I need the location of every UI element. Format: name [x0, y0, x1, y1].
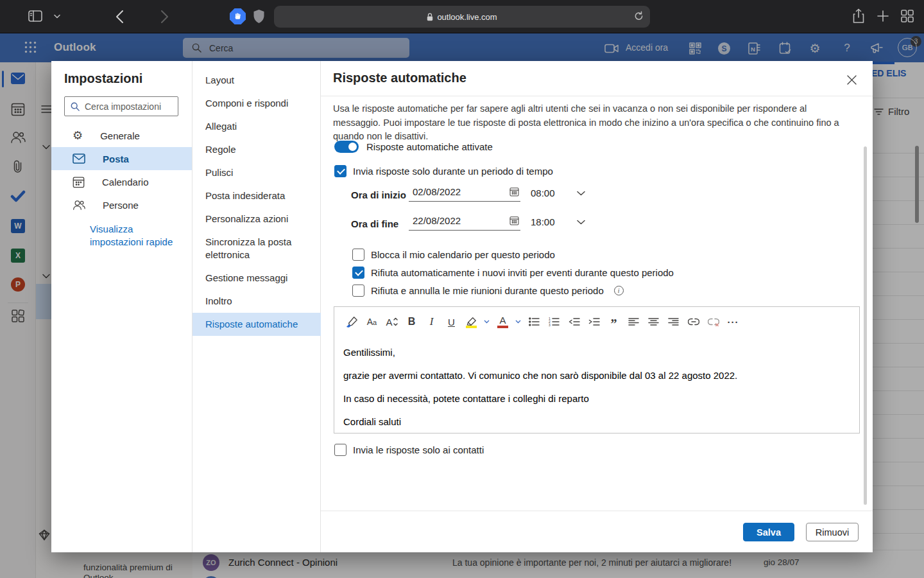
address-bar[interactable]: outlook.live.com — [274, 6, 650, 28]
remove-link-icon[interactable] — [705, 313, 722, 331]
bold-icon[interactable]: B — [403, 313, 420, 331]
share-icon[interactable] — [853, 8, 864, 24]
end-date-field[interactable]: 22/08/2022 — [409, 214, 520, 231]
category-calendario[interactable]: Calendario — [51, 170, 192, 193]
autoreply-toggle[interactable] — [334, 141, 359, 153]
end-label: Ora di fine — [351, 218, 398, 229]
block-calendar-checkbox[interactable] — [352, 249, 364, 261]
category-persone[interactable]: Persone — [51, 193, 192, 216]
indent-icon[interactable] — [585, 313, 603, 331]
align-left-icon[interactable] — [625, 313, 642, 331]
format-painter-icon[interactable] — [343, 313, 361, 331]
forward-icon[interactable] — [160, 10, 169, 24]
contacts-only-checkbox[interactable] — [334, 444, 346, 456]
mail-icon — [73, 153, 85, 164]
contacts-only-row: Invia le risposte solo ai contatti — [334, 444, 484, 456]
content-blocker-extension-icon[interactable] — [230, 8, 246, 24]
nav-componi[interactable]: Componi e rispondi — [193, 92, 321, 115]
insert-link-icon[interactable] — [685, 313, 702, 331]
option-cancel-meetings: Rifiuta e annulla le mie riunioni durant… — [352, 285, 624, 297]
people-icon — [73, 200, 85, 211]
period-label: Invia risposte solo durante un periodo d… — [353, 166, 553, 177]
nav-risposte-automatiche[interactable]: Risposte automatiche — [193, 313, 321, 336]
option-block-calendar: Blocca il mio calendario per questo peri… — [352, 249, 555, 261]
privacy-shield-icon[interactable] — [253, 9, 265, 24]
start-time-dropdown[interactable]: 08:00 — [531, 188, 585, 198]
highlight-icon[interactable] — [463, 313, 480, 331]
outlook-page: Outlook Accedi ora S N ⚙ ? — [0, 33, 924, 578]
decline-invites-checkbox[interactable] — [352, 267, 364, 279]
settings-title: Impostazioni — [64, 71, 142, 86]
mail-settings-nav: Layout Componi e rispondi Allegati Regol… — [193, 69, 321, 336]
search-icon — [71, 102, 80, 111]
calendar-icon — [73, 176, 85, 188]
bullet-list-icon[interactable] — [526, 313, 543, 331]
reload-icon[interactable] — [634, 11, 644, 23]
start-label: Ora di inizio — [351, 189, 406, 200]
font-name-icon[interactable]: Aa — [363, 313, 381, 331]
chevron-down-icon — [577, 191, 585, 196]
browser-toolbar: outlook.live.com — [0, 0, 924, 33]
nav-allegati[interactable]: Allegati — [193, 115, 321, 138]
editor-toolbar: Aa A B I U A — [334, 307, 859, 337]
remove-button[interactable]: Rimuovi — [806, 523, 859, 541]
toggle-knob — [348, 143, 357, 151]
info-icon[interactable]: i — [614, 286, 624, 295]
quote-icon[interactable]: ” — [605, 313, 622, 331]
contacts-only-label: Invia le risposte solo ai contatti — [353, 444, 484, 455]
nav-posta-indesiderata[interactable]: Posta indesiderata — [193, 184, 321, 207]
nav-personalizza-azioni[interactable]: Personalizza azioni — [193, 207, 321, 231]
dialog-scrollbar[interactable] — [864, 146, 867, 505]
font-color-bar — [497, 326, 508, 328]
cancel-meetings-checkbox[interactable] — [352, 285, 364, 297]
font-size-icon[interactable]: A — [383, 313, 400, 331]
nav-pulisci[interactable]: Pulisci — [193, 161, 321, 184]
underline-icon[interactable]: U — [443, 313, 460, 331]
period-checkbox[interactable] — [334, 165, 346, 177]
close-icon[interactable] — [843, 71, 860, 88]
nav-gestione-messaggi[interactable]: Gestione messaggi — [193, 267, 321, 290]
end-time-dropdown[interactable]: 18:00 — [531, 216, 585, 227]
chevron-down-icon — [577, 220, 585, 225]
outdent-icon[interactable] — [565, 313, 583, 331]
nav-sincronizza[interactable]: Sincronizza la posta elettronica — [193, 231, 302, 267]
settings-dialog: Impostazioni ⚙ Generale Posta Calendario — [51, 61, 873, 552]
quick-settings-link[interactable]: Visualizza impostazioni rapide — [90, 223, 186, 249]
nav-inoltro[interactable]: Inoltro — [193, 290, 321, 313]
category-posta[interactable]: Posta — [51, 147, 192, 170]
save-button[interactable]: Salva — [743, 523, 794, 541]
settings-search-box[interactable] — [64, 96, 178, 116]
more-formatting-icon[interactable]: ··· — [724, 313, 742, 331]
font-color-chevron-icon[interactable] — [514, 313, 522, 331]
nav-regole[interactable]: Regole — [193, 138, 321, 161]
new-tab-icon[interactable] — [877, 10, 889, 22]
settings-search-input[interactable] — [85, 101, 168, 112]
url-text: outlook.live.com — [437, 12, 497, 22]
font-color-icon[interactable]: A — [494, 313, 511, 331]
lock-icon — [427, 13, 433, 21]
reply-editor[interactable]: Aa A B I U A — [334, 306, 860, 434]
screen: outlook.live.com Outlook — [0, 0, 924, 578]
nav-layout[interactable]: Layout — [193, 69, 321, 92]
italic-icon[interactable]: I — [423, 313, 440, 331]
calendar-picker-icon[interactable] — [509, 216, 519, 225]
option-decline-invites: Rifiuta automaticamente i nuovi inviti p… — [352, 267, 674, 279]
sidebar-chevron-icon[interactable] — [54, 14, 60, 19]
sidebar-toggle-icon[interactable] — [28, 10, 42, 22]
toggle-label: Risposte automatiche attivate — [366, 141, 493, 152]
category-generale[interactable]: ⚙ Generale — [51, 124, 192, 147]
align-right-icon[interactable] — [665, 313, 682, 331]
back-icon[interactable] — [116, 10, 124, 24]
align-center-icon[interactable] — [645, 313, 662, 331]
period-checkbox-row: Invia risposte solo durante un periodo d… — [334, 165, 553, 177]
numbered-list-icon[interactable]: 123 — [545, 313, 563, 331]
settings-categories: ⚙ Generale Posta Calendario Persone — [51, 124, 192, 216]
calendar-picker-icon[interactable] — [509, 187, 519, 197]
gear-icon: ⚙ — [73, 128, 83, 143]
highlight-chevron-icon[interactable] — [483, 313, 490, 331]
autoreply-toggle-row: Risposte automatiche attivate — [334, 141, 493, 153]
start-date-field[interactable]: 02/08/2022 — [409, 185, 520, 202]
svg-text:3: 3 — [549, 323, 551, 326]
tab-overview-icon[interactable] — [901, 10, 914, 22]
reply-message-text[interactable]: Gentilissimi, grazie per avermi contatta… — [334, 337, 859, 428]
